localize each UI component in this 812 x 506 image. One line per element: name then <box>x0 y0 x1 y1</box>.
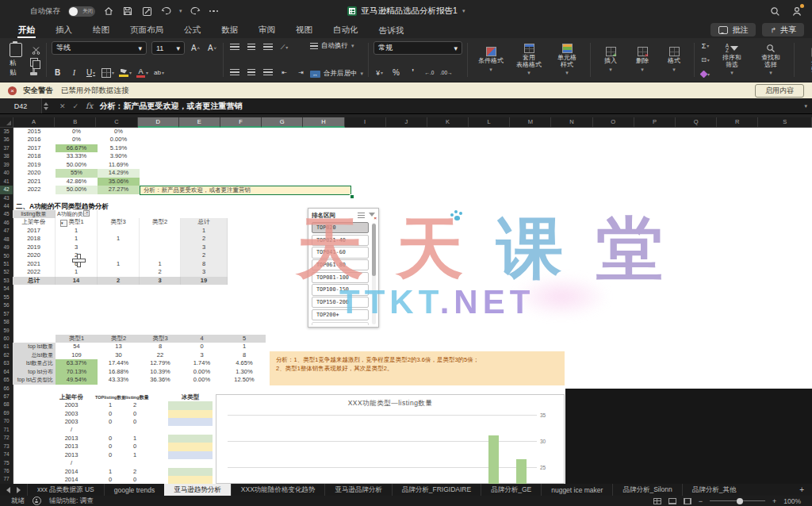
pivot-cell[interactable]: 2019 <box>13 243 56 251</box>
find-select-button[interactable]: 查找和 选择▾ <box>753 44 789 76</box>
zoom-level[interactable]: 100% <box>783 497 801 505</box>
filter-dropdown-icon[interactable]: ▾ <box>60 220 67 227</box>
search-icon[interactable] <box>769 6 780 17</box>
slicer-item[interactable]: TOP021-40 <box>312 235 369 246</box>
pivot-total-cell[interactable]: 总计 <box>181 218 228 226</box>
chart-bar[interactable] <box>516 459 527 484</box>
year-cell[interactable]: 2013 <box>48 435 95 443</box>
pivot-cell[interactable]: 2020 <box>13 251 56 259</box>
pivot-cell[interactable]: 2017 <box>13 227 56 235</box>
type-header-cell[interactable]: 5 <box>223 335 266 343</box>
ice-type-cell[interactable] <box>168 459 213 467</box>
fill-handle[interactable] <box>350 194 354 199</box>
pivot-cell[interactable]: 2 <box>140 268 181 276</box>
metric-cell[interactable]: 70.13% <box>56 368 98 376</box>
insert-cells-button[interactable]: 插入▾ <box>596 47 626 73</box>
align-left-button[interactable] <box>228 67 240 79</box>
year-cell[interactable]: 2016 <box>13 136 56 144</box>
font-color-button[interactable]: A▾ <box>136 67 148 79</box>
page-break-view-icon[interactable] <box>684 498 691 504</box>
delete-cells-button[interactable]: 删除▾ <box>627 47 657 73</box>
column-header[interactable]: O <box>593 117 634 128</box>
pct-cell[interactable]: 33.33% <box>56 152 98 160</box>
pivot-cell[interactable] <box>98 227 140 235</box>
count-cell[interactable]: 0 <box>95 418 125 426</box>
format-cells-button[interactable]: 格式▾ <box>659 47 689 73</box>
count-cell[interactable]: 1 <box>125 435 144 443</box>
metric-cell[interactable]: 36.36% <box>140 376 181 384</box>
column-header[interactable]: R <box>717 117 758 128</box>
year-cell[interactable]: 2013 <box>48 451 95 459</box>
align-top-button[interactable] <box>228 41 240 53</box>
select-all-corner[interactable] <box>0 117 13 128</box>
comments-button[interactable]: 批注 <box>710 23 756 36</box>
multi-select-icon[interactable] <box>358 213 365 218</box>
sheet-tab[interactable]: 品牌分析_GE <box>481 484 541 496</box>
count-cell[interactable]: 1 <box>95 468 125 476</box>
pivot-cell[interactable]: 上架年份 <box>13 218 56 226</box>
pivot-cell[interactable]: 2018 <box>13 235 56 243</box>
format-painter-icon[interactable] <box>30 72 37 75</box>
type-header-cell[interactable]: 类型1 <box>56 335 98 343</box>
pivot-column-field[interactable]: A功能的类-T <box>56 210 98 218</box>
ice-type-cell[interactable] <box>168 418 213 426</box>
year-cell[interactable]: 2003 <box>48 418 95 426</box>
home-icon[interactable] <box>103 6 114 17</box>
slicer-item[interactable]: TOP20 <box>312 322 369 326</box>
increase-decimal-button[interactable]: ←.0 <box>423 67 435 79</box>
column-header[interactable]: B <box>55 117 96 128</box>
wrap-text-button[interactable]: 自动换行▾ <box>310 41 354 51</box>
metric-cell[interactable]: 22 <box>140 351 181 359</box>
pivot-total-cell[interactable]: 8 <box>181 260 228 268</box>
year-cell[interactable]: 2020 <box>13 169 56 177</box>
ice-type-cell[interactable] <box>168 435 213 443</box>
sheet-tab[interactable]: 亚马逊品牌分析 <box>324 484 392 496</box>
metric-cell[interactable]: 16.88% <box>98 368 140 376</box>
column-header[interactable]: D <box>138 117 179 128</box>
zoom-slider[interactable] <box>710 500 765 501</box>
ribbon-tab[interactable]: 视图 <box>285 22 323 38</box>
year-cell[interactable]: 2015 <box>13 128 56 136</box>
column-header[interactable]: L <box>469 117 510 128</box>
count-cell[interactable] <box>125 426 144 434</box>
pct-cell[interactable]: 27.27% <box>98 186 140 194</box>
ribbon-tab[interactable]: 审阅 <box>248 22 285 38</box>
cancel-entry-icon[interactable]: ✕ <box>59 102 66 110</box>
ribbon-tab[interactable]: 公式 <box>174 22 211 38</box>
count-cell[interactable]: 0 <box>125 410 144 418</box>
font-size-select[interactable]: 11▾ <box>151 41 185 55</box>
ice-type-cell[interactable] <box>168 410 213 418</box>
metric-cell[interactable]: 3 <box>181 351 223 359</box>
type-header-cell[interactable]: 类型3 <box>140 335 181 343</box>
pct-cell[interactable]: 55% <box>56 169 98 177</box>
ice-type-cell[interactable] <box>168 451 213 459</box>
insert-function-icon[interactable]: fx <box>86 102 93 110</box>
pivot-total-cell[interactable]: 1 <box>181 227 228 235</box>
column-header[interactable]: G <box>262 117 303 128</box>
enable-content-button[interactable]: 启用内容 <box>755 84 804 98</box>
pivot-cell[interactable]: 总计 <box>13 277 56 285</box>
slicer-item[interactable]: TOP061-80 <box>312 259 369 270</box>
metric-cell[interactable]: 109 <box>56 351 98 359</box>
metric-cell[interactable]: 63.37% <box>56 359 98 367</box>
pivot-cell[interactable]: 1 <box>98 260 140 268</box>
metric-cell[interactable]: 4.65% <box>223 359 266 367</box>
analyze-data-button[interactable]: 分析 数据 <box>799 47 812 73</box>
ribbon-tab[interactable]: 数据 <box>211 22 248 38</box>
slicer-item[interactable]: TOP020 <box>312 222 369 233</box>
ribbon-tab[interactable]: 插入 <box>45 22 82 38</box>
count-cell[interactable]: 0 <box>95 476 125 484</box>
pivot-cell[interactable]: 1 <box>56 268 98 276</box>
ice-type-cell[interactable] <box>168 476 213 484</box>
cell-grid[interactable]: 2015 0% 0% 2016 0% 0.00% 2017 66.67% 5.1… <box>0 128 812 484</box>
year-cell[interactable]: 2003 <box>48 410 95 418</box>
metric-cell[interactable]: 0.00% <box>181 368 223 376</box>
sheet-tab[interactable]: 品牌分析_Silonn <box>612 484 681 496</box>
header-cell[interactable]: 冰类型 <box>168 393 213 401</box>
italic-button[interactable]: I <box>68 67 80 79</box>
save-icon[interactable] <box>122 6 133 17</box>
count-cell[interactable] <box>95 426 125 434</box>
decrease-font-button[interactable]: A˅ <box>206 42 218 54</box>
conditional-format-button[interactable]: 条件格式▾ <box>473 47 509 73</box>
pivot-field-button[interactable]: -T <box>83 210 90 217</box>
